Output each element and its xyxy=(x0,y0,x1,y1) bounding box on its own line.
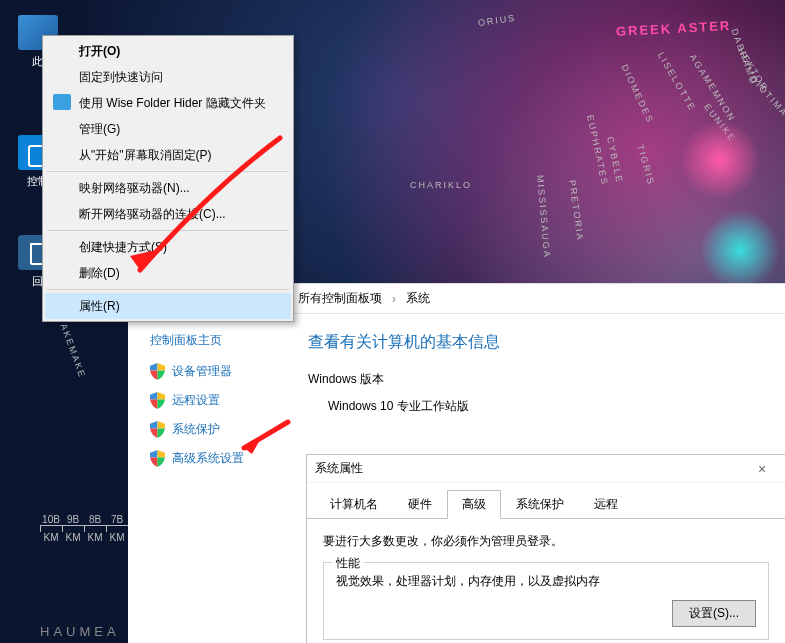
bg-text: EUNIKE xyxy=(702,102,738,144)
menu-item-label: 使用 Wise Folder Hider 隐藏文件夹 xyxy=(79,96,266,110)
menu-item[interactable]: 属性(R) xyxy=(45,293,291,319)
menu-item-label: 从"开始"屏幕取消固定(P) xyxy=(79,148,212,162)
menu-item-label: 断开网络驱动器的连接(C)... xyxy=(79,207,226,221)
bg-text: MISSISSAUGA xyxy=(535,175,552,260)
system-properties-dialog: 系统属性 × 计算机名 硬件 高级 系统保护 远程 要进行大多数更改，你必须作为… xyxy=(306,454,785,643)
menu-item[interactable]: 固定到快速访问 xyxy=(45,64,291,90)
bg-text: CHARIKLO xyxy=(410,180,472,190)
menu-item[interactable]: 断开网络驱动器的连接(C)... xyxy=(45,201,291,227)
bg-text: LISELOTTE xyxy=(656,51,698,114)
menu-item[interactable]: 使用 Wise Folder Hider 隐藏文件夹 xyxy=(45,90,291,116)
breadcrumb-item[interactable]: 系统 xyxy=(406,290,430,307)
shield-icon xyxy=(150,392,165,409)
sidebar-link-device-manager[interactable]: 设备管理器 xyxy=(150,363,308,380)
control-panel-main: 查看有关计算机的基本信息 Windows 版本 Windows 10 专业工作站… xyxy=(308,314,785,643)
menu-item-label: 属性(R) xyxy=(79,299,120,313)
tab-hardware[interactable]: 硬件 xyxy=(393,490,447,519)
sidebar-link-remote-settings[interactable]: 远程设置 xyxy=(150,392,308,409)
breadcrumb-item[interactable]: 所有控制面板项 xyxy=(298,290,382,307)
performance-description: 视觉效果，处理器计划，内存使用，以及虚拟内存 xyxy=(336,573,756,590)
windows-edition-value: Windows 10 专业工作站版 xyxy=(308,398,775,415)
menu-separator xyxy=(47,230,289,231)
sidebar-link-label: 系统保护 xyxy=(172,421,220,438)
menu-item[interactable]: 从"开始"屏幕取消固定(P) xyxy=(45,142,291,168)
admin-note: 要进行大多数更改，你必须作为管理员登录。 xyxy=(323,533,769,550)
menu-separator xyxy=(47,171,289,172)
bg-text: HEKTOR xyxy=(736,46,771,93)
bg-text: TIGRIS xyxy=(635,144,656,187)
menu-item[interactable]: 管理(G) xyxy=(45,116,291,142)
bg-text: DIOTIMA xyxy=(748,74,785,119)
performance-group: 性能 视觉效果，处理器计划，内存使用，以及虚拟内存 设置(S)... xyxy=(323,562,769,640)
sidebar-link-label: 高级系统设置 xyxy=(172,450,244,467)
tab-computer-name[interactable]: 计算机名 xyxy=(315,490,393,519)
menu-item[interactable]: 创建快捷方式(S) xyxy=(45,234,291,260)
dialog-body: 要进行大多数更改，你必须作为管理员登录。 性能 视觉效果，处理器计划，内存使用，… xyxy=(307,519,785,643)
sidebar-home-link[interactable]: 控制面板主页 xyxy=(150,332,308,349)
tab-advanced[interactable]: 高级 xyxy=(447,490,501,519)
bg-text: DIOMEDES xyxy=(619,63,655,125)
tab-remote[interactable]: 远程 xyxy=(579,490,633,519)
menu-item-label: 映射网络驱动器(N)... xyxy=(79,181,190,195)
sidebar-link-label: 远程设置 xyxy=(172,392,220,409)
page-heading: 查看有关计算机的基本信息 xyxy=(308,332,775,353)
menu-item-label: 创建快捷方式(S) xyxy=(79,240,167,254)
menu-item-label: 删除(D) xyxy=(79,266,120,280)
distance-scale: 10B 9B 8B 7B KM KM KM KM xyxy=(40,514,128,543)
shield-icon xyxy=(150,421,165,438)
dialog-title: 系统属性 xyxy=(315,460,747,477)
bg-text: GREEK ASTER xyxy=(616,18,732,39)
dialog-titlebar[interactable]: 系统属性 × xyxy=(307,455,785,483)
close-button[interactable]: × xyxy=(747,461,777,477)
menu-item-label: 打开(O) xyxy=(79,44,120,58)
bg-text: AGAMEMNON xyxy=(688,52,738,123)
sidebar-link-advanced-settings[interactable]: 高级系统设置 xyxy=(150,450,308,467)
sidebar-link-system-protection[interactable]: 系统保护 xyxy=(150,421,308,438)
folder-icon xyxy=(53,94,71,110)
menu-item-label: 管理(G) xyxy=(79,122,120,136)
sidebar-link-label: 设备管理器 xyxy=(172,363,232,380)
context-menu: 打开(O)固定到快速访问使用 Wise Folder Hider 隐藏文件夹管理… xyxy=(42,35,294,322)
bg-text: EUPHRATES xyxy=(585,114,610,187)
menu-item-label: 固定到快速访问 xyxy=(79,70,163,84)
shield-icon xyxy=(150,450,165,467)
control-panel-window: ‹ › ▾ ↑ › 控制面板 › 所有控制面板项 › 系统 控制面板主页 设备管… xyxy=(128,283,785,643)
bg-text: DABRAMO xyxy=(729,27,759,86)
bg-text: CYBELE xyxy=(605,136,625,185)
control-panel-sidebar: 控制面板主页 设备管理器 远程设置 系统保护 高级系统设置 xyxy=(128,314,308,643)
performance-settings-button[interactable]: 设置(S)... xyxy=(672,600,756,627)
menu-item[interactable]: 删除(D) xyxy=(45,260,291,286)
menu-item[interactable]: 映射网络驱动器(N)... xyxy=(45,175,291,201)
shield-icon xyxy=(150,363,165,380)
windows-edition-label: Windows 版本 xyxy=(308,371,775,388)
tab-strip: 计算机名 硬件 高级 系统保护 远程 xyxy=(307,483,785,519)
bg-text: PRETORIA xyxy=(567,179,586,242)
menu-item[interactable]: 打开(O) xyxy=(45,38,291,64)
bg-text-haumea: HAUMEA xyxy=(40,624,120,639)
menu-separator xyxy=(47,289,289,290)
tab-system-protection[interactable]: 系统保护 xyxy=(501,490,579,519)
bg-text: MAKEMAKE xyxy=(55,313,87,379)
bg-text: ORIUS xyxy=(477,13,517,28)
performance-legend: 性能 xyxy=(332,555,364,572)
